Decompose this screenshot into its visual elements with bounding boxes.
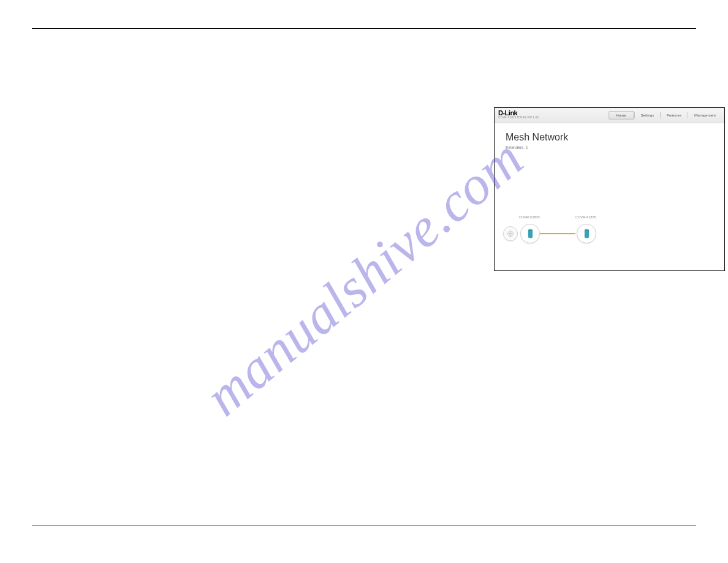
- nav-settings[interactable]: Settings: [635, 111, 661, 120]
- extender-node-label: COVR-X1870: [575, 215, 596, 219]
- topology-link: [540, 233, 575, 234]
- extender-node[interactable]: [577, 224, 596, 243]
- admin-header: D-Link COVR-X1870 HW:A1 FW:1.06 Home Set…: [495, 108, 724, 123]
- nav-home[interactable]: Home: [609, 111, 634, 120]
- internet-globe-icon[interactable]: [503, 226, 518, 241]
- svg-point-6: [584, 236, 588, 239]
- router-admin-screenshot: D-Link COVR-X1870 HW:A1 FW:1.06 Home Set…: [494, 107, 725, 271]
- page-title: Mesh Network: [506, 132, 713, 143]
- master-node-label: COVR-X1870: [519, 215, 540, 219]
- page-canvas: D-Link COVR-X1870 HW:A1 FW:1.06 Home Set…: [32, 28, 696, 526]
- master-node[interactable]: [520, 224, 540, 243]
- top-nav: Home Settings Features Management: [609, 110, 722, 121]
- svg-point-3: [528, 236, 532, 239]
- extenders-count: Extenders: 1: [506, 145, 713, 150]
- brand-model-firmware: COVR-X1870 HW:A1 FW:1.06: [498, 116, 539, 119]
- mesh-topology: COVR-X1870 COVR-X1870: [502, 214, 717, 251]
- nav-management[interactable]: Management: [688, 111, 722, 120]
- admin-body: Mesh Network Extenders: 1 COVR-X1870: [495, 123, 724, 271]
- nav-features[interactable]: Features: [661, 111, 688, 120]
- watermark-text: manualshive.com: [193, 126, 535, 428]
